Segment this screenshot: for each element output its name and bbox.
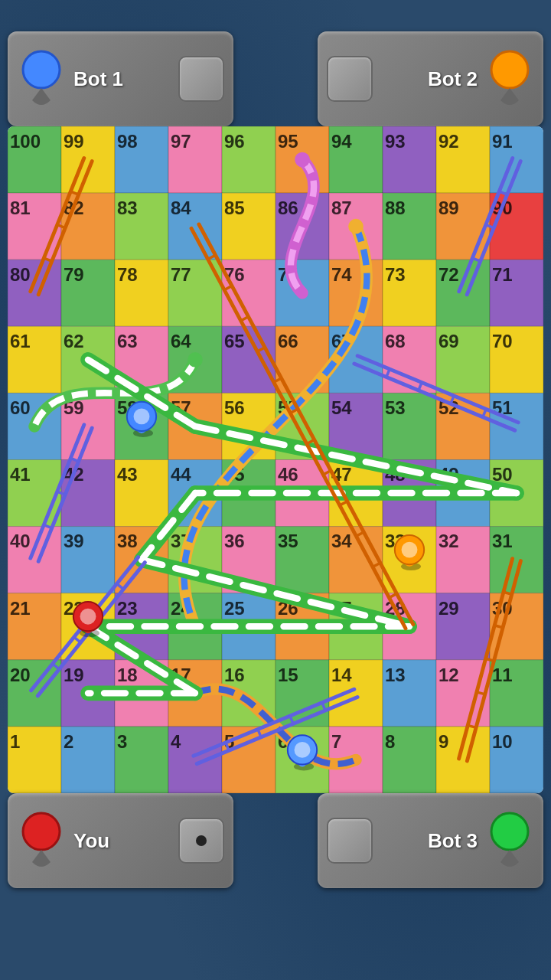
bot2-panel: Bot 2: [318, 31, 543, 126]
you-panel[interactable]: You: [8, 793, 233, 888]
svg-point-0: [23, 51, 60, 88]
bot2-name: Bot 2: [380, 67, 478, 91]
svg-point-78: [134, 408, 150, 424]
svg-line-40: [116, 583, 124, 590]
svg-point-2: [295, 152, 310, 168]
svg-point-4: [187, 352, 203, 368]
svg-point-88: [23, 813, 60, 850]
bot3-dice: [327, 818, 373, 864]
svg-point-89: [491, 813, 528, 850]
svg-point-3: [348, 219, 364, 234]
dice-dot: [196, 835, 207, 846]
bot1-panel: Bot 1: [8, 31, 233, 126]
svg-line-60: [357, 356, 518, 423]
svg-point-1: [491, 51, 528, 88]
svg-point-84: [80, 609, 96, 625]
bot1-name: Bot 1: [73, 67, 171, 91]
bot2-dice: [327, 56, 373, 102]
svg-point-81: [402, 542, 418, 558]
svg-line-23: [194, 689, 354, 756]
bot1-pin-icon: [17, 48, 66, 109]
bot2-pin-icon: [485, 48, 534, 109]
svg-line-61: [354, 364, 515, 430]
bot3-name: Bot 3: [380, 829, 478, 853]
bot1-dice: [178, 56, 224, 102]
svg-point-87: [295, 742, 311, 758]
svg-line-41: [199, 224, 413, 625]
svg-line-22: [197, 697, 357, 764]
bot3-panel: Bot 3: [318, 793, 543, 888]
you-pin-icon: [17, 810, 66, 871]
svg-line-38: [73, 636, 81, 642]
game-board: [8, 126, 543, 793]
you-name: You: [73, 829, 171, 853]
svg-line-37: [52, 663, 60, 669]
bot3-pin-icon: [485, 810, 534, 871]
you-dice[interactable]: [178, 818, 224, 864]
